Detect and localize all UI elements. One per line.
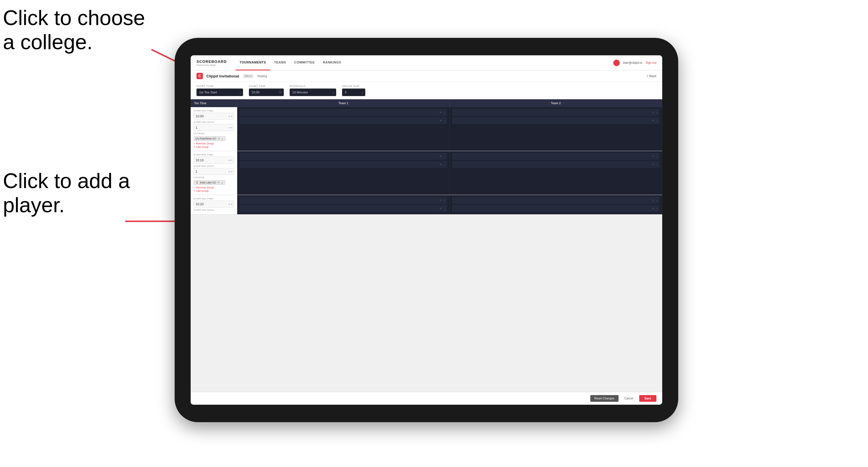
- group-size-select-wrap: 3: [342, 89, 365, 96]
- sign-out-link[interactable]: Sign out: [646, 61, 656, 64]
- remove-group-icon-2: ○: [193, 186, 195, 189]
- starting-time-input-wrap-1: ⏶⏷: [193, 113, 234, 120]
- course-tag-1[interactable]: (A) Peachtree GC ✕ ⌄: [193, 136, 225, 141]
- player-slot-3-1[interactable]: ✕⌄: [240, 153, 447, 160]
- table-row: STARTING TIME: ⏶⏷ STARTING HOLE: ⏶⏷ COUR…: [191, 107, 662, 151]
- cancel-button[interactable]: Cancel: [621, 395, 636, 402]
- table-row: STARTING TIME: ⏶⏷ STARTING HOLE: ✕⌄ ✕⌄: [191, 195, 662, 215]
- start-type-select[interactable]: 1st Tee Start: [196, 89, 243, 96]
- team1-cell-2: ✕⌄ ✕⌄: [237, 151, 450, 195]
- table-header: Tee Time Team 1 Team 2: [191, 99, 662, 107]
- player-slot-3-2[interactable]: ✕⌄: [240, 161, 447, 168]
- starting-time-input-wrap-2: ⏶⏷: [193, 157, 234, 164]
- time-stepper-icon-3: ⏶⏷: [228, 203, 233, 206]
- table-row: STARTING TIME: ⏶⏷ STARTING HOLE: ⏶⏷ COUR…: [191, 151, 662, 195]
- nav-links: TOURNAMENTS TEAMS COMMITTEE RANKINGS: [236, 55, 613, 70]
- course-tag-icon-2: 🏌: [196, 181, 199, 184]
- start-type-label: Start Type: [196, 85, 243, 88]
- starting-hole-label-2: STARTING HOLE:: [193, 165, 234, 167]
- tablet-screen: SCOREBOARD Powered by clippd TOURNAMENTS…: [191, 55, 662, 405]
- start-time-info-icon: ⓘ: [279, 90, 282, 94]
- save-button[interactable]: Save: [639, 395, 656, 402]
- add-group-btn-1[interactable]: + Add Group: [193, 146, 234, 149]
- player-slot-icons-5-1: ✕⌄: [439, 199, 445, 202]
- add-group-icon-1: +: [193, 146, 195, 149]
- main-content: Tee Time Team 1 Team 2 STARTING TIME: ⏶⏷…: [191, 99, 662, 392]
- reset-changes-button[interactable]: Reset Changes: [590, 395, 619, 402]
- player-slot-5-2[interactable]: ✕⌄: [240, 205, 447, 212]
- player-slot-icons-3-1: ✕⌄: [439, 155, 445, 158]
- starting-time-input-wrap-3: ⏶⏷: [193, 200, 234, 208]
- player-slot-icons-4-2: ✕⌄: [652, 163, 658, 166]
- top-nav: SCOREBOARD Powered by clippd TOURNAMENTS…: [191, 55, 662, 70]
- annotation-top: Click to choose a college.: [3, 6, 154, 54]
- add-group-btn-2[interactable]: + Add Group: [193, 190, 234, 192]
- group-size-select[interactable]: 3: [342, 89, 365, 96]
- player-slot-1-2[interactable]: ✕⌄: [240, 117, 447, 124]
- group-size-label: Group Size: [342, 85, 365, 88]
- player-slot-icons-6-2: ✕⌄: [652, 207, 658, 210]
- sub-badge: (Men): [243, 74, 254, 78]
- rows-container[interactable]: STARTING TIME: ⏶⏷ STARTING HOLE: ⏶⏷ COUR…: [191, 107, 662, 392]
- sub-title: Clippd Invitational: [206, 74, 239, 78]
- player-slot-icons-3-2: ✕⌄: [439, 163, 445, 166]
- course-tag-remove-1[interactable]: ✕: [218, 137, 220, 140]
- form-group-intervals: Intervals 10 Minutes: [290, 85, 336, 96]
- nav-link-rankings[interactable]: RANKINGS: [319, 55, 345, 70]
- starting-time-label-3: STARTING TIME:: [193, 197, 234, 200]
- nav-link-committee[interactable]: COMMITTEE: [290, 55, 319, 70]
- brand-sub: Powered by clippd: [196, 64, 227, 66]
- player-slot-2-2[interactable]: ✕⌄: [452, 117, 659, 124]
- brand-title: SCOREBOARD: [196, 59, 227, 64]
- nav-user-email: blair@clippd.io: [623, 61, 643, 64]
- player-slot-6-2[interactable]: ✕⌄: [452, 205, 659, 212]
- player-slot-6-1[interactable]: ✕⌄: [452, 197, 659, 204]
- sub-header: C Clippd Invitational (Men) Hosting < Ba…: [191, 70, 662, 82]
- remove-group-label-2: Remove Group: [196, 186, 214, 189]
- course-label-2: COURSE:: [193, 176, 234, 179]
- course-tag-2[interactable]: 🏌 East Lake GC ✕ ⌄: [193, 180, 225, 185]
- time-stepper-icon-2: ⏶⏷: [228, 159, 233, 162]
- th-team2: Team 2: [450, 99, 662, 107]
- player-slot-4-2[interactable]: ✕⌄: [452, 161, 659, 168]
- intervals-label: Intervals: [290, 85, 336, 88]
- player-slot-icons-2-1: ✕⌄: [652, 111, 658, 114]
- player-slot-1-1[interactable]: ✕⌄: [240, 109, 447, 116]
- time-stepper-icon-1: ⏶⏷: [228, 115, 233, 118]
- course-tag-text-1: (A) Peachtree GC: [196, 137, 217, 140]
- player-slot-2-1[interactable]: ✕⌄: [452, 109, 659, 116]
- back-button[interactable]: < Back: [647, 74, 656, 78]
- tee-left-1: STARTING TIME: ⏶⏷ STARTING HOLE: ⏶⏷ COUR…: [191, 107, 237, 151]
- remove-group-btn-1[interactable]: ○ Remove Group: [193, 142, 234, 145]
- form-row: Start Type 1st Tee Start Start Time ⓘ In…: [191, 82, 662, 99]
- start-time-input[interactable]: [249, 89, 284, 96]
- starting-hole-input-wrap-2: ⏶⏷: [193, 168, 234, 175]
- team2-cell-2: ✕⌄ ✕⌄: [450, 151, 662, 195]
- player-slot-5-1[interactable]: ✕⌄: [240, 197, 447, 204]
- remove-group-icon-1: ○: [193, 142, 195, 145]
- starting-hole-input-wrap-1: ⏶⏷: [193, 124, 234, 131]
- remove-group-label-1: Remove Group: [196, 142, 214, 145]
- course-tag-expand-1[interactable]: ⌄: [221, 137, 223, 140]
- nav-avatar: [613, 60, 620, 66]
- nav-link-tournaments[interactable]: TOURNAMENTS: [236, 55, 270, 70]
- player-slot-4-1[interactable]: ✕⌄: [452, 153, 659, 160]
- tee-left-2: STARTING TIME: ⏶⏷ STARTING HOLE: ⏶⏷ COUR…: [191, 151, 237, 195]
- team2-cell-3: ✕⌄ ✕⌄: [450, 195, 662, 214]
- team2-cell-1: ✕⌄ ✕⌄: [450, 107, 662, 151]
- th-tee-time: Tee Time: [191, 99, 237, 107]
- form-group-group-size: Group Size 3: [342, 85, 365, 96]
- remove-group-btn-2[interactable]: ○ Remove Group: [193, 186, 234, 189]
- course-tag-text-2: East Lake GC: [200, 181, 216, 184]
- player-slot-icons-1-2: ✕⌄: [439, 119, 445, 122]
- clippd-logo: C: [196, 73, 203, 79]
- intervals-select[interactable]: 10 Minutes: [290, 89, 336, 96]
- course-tag-remove-2[interactable]: ✕: [217, 181, 220, 184]
- form-group-start-type: Start Type 1st Tee Start: [196, 85, 243, 96]
- player-slot-icons-5-2: ✕⌄: [439, 207, 445, 210]
- nav-link-teams[interactable]: TEAMS: [270, 55, 290, 70]
- player-slot-icons-4-1: ✕⌄: [652, 155, 658, 158]
- starting-hole-label-1: STARTING HOLE:: [193, 121, 234, 123]
- course-tag-expand-2[interactable]: ⌄: [221, 181, 223, 184]
- start-time-input-wrap: ⓘ: [249, 89, 284, 96]
